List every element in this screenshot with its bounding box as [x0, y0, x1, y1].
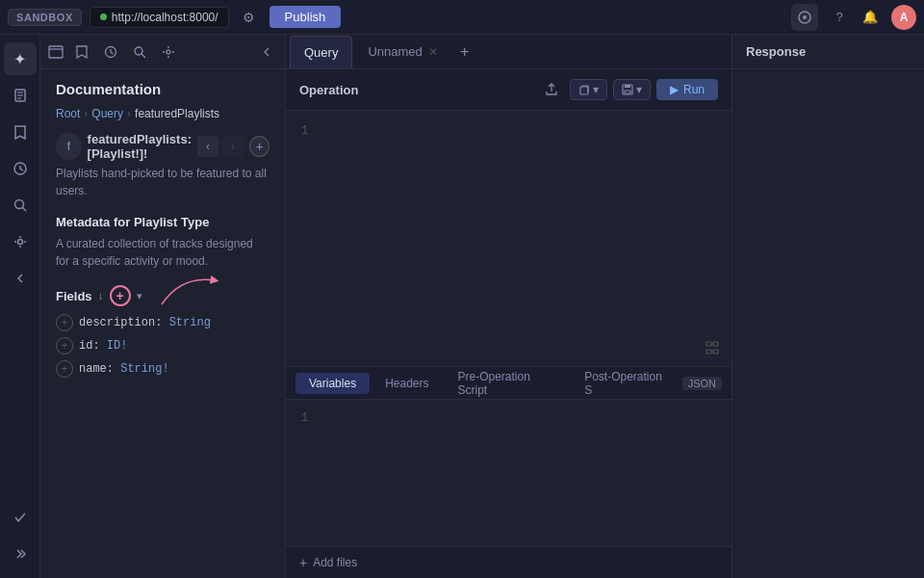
sandbox-badge: SANDBOX	[8, 9, 82, 26]
doc-collapse-arrow-icon[interactable]	[256, 41, 277, 63]
settings-gear-icon[interactable]: ⚙	[237, 5, 262, 30]
doc-panel: Documentation Root › Query › featuredPla…	[40, 35, 286, 578]
add-files-label: Add files	[313, 556, 357, 569]
op-save-chevron: ▾	[636, 83, 642, 96]
fields-sort-icon[interactable]: ↓	[98, 289, 104, 302]
ai-icon[interactable]	[791, 4, 818, 31]
url-bar[interactable]: http://localhost:8000/	[90, 7, 229, 28]
var-line-number-1: 1	[301, 411, 308, 425]
svg-point-13	[135, 47, 142, 55]
operation-title: Operation	[299, 83, 358, 97]
function-icon: f	[56, 133, 82, 160]
svg-point-7	[14, 200, 23, 209]
bottom-editor[interactable]: 1	[286, 400, 732, 546]
response-panel: Response	[732, 35, 924, 578]
sidebar-search-icon[interactable]	[4, 189, 37, 222]
doc-settings-icon[interactable]	[158, 41, 179, 63]
run-button[interactable]: ▶ Run	[656, 79, 718, 100]
sidebar-collapse-icon[interactable]	[4, 262, 37, 295]
line-number-1: 1	[301, 124, 308, 138]
expand-icon[interactable]	[705, 340, 720, 358]
svg-line-14	[141, 54, 145, 58]
add-files-icon: +	[299, 555, 307, 570]
doc-add-btn[interactable]: +	[249, 136, 270, 157]
sidebar-check-icon[interactable]	[4, 501, 37, 534]
tab-unnamed[interactable]: Unnamed ✕	[354, 36, 450, 68]
field-description-label: description: String	[79, 316, 211, 329]
tabs-bar: Query Unnamed ✕ +	[286, 35, 732, 69]
field-add-description-icon[interactable]: +	[56, 314, 73, 331]
response-header: Response	[732, 35, 924, 69]
field-add-name-icon[interactable]: +	[56, 360, 73, 378]
bottom-tab-bar: Variables Headers Pre-Operation Script P…	[286, 367, 732, 400]
svg-rect-23	[713, 350, 718, 354]
tab-query[interactable]: Query	[290, 36, 352, 68]
bottom-tabs-area: Variables Headers Pre-Operation Script P…	[286, 366, 732, 578]
field-name-label: name: String!	[79, 362, 169, 376]
avatar[interactable]: A	[891, 5, 916, 30]
editor-area: Query Unnamed ✕ + Operation ▾	[286, 35, 732, 578]
field-id-label: id: ID!	[79, 339, 127, 353]
op-toolbar: ▾ ▾ ▶ Run	[539, 77, 718, 102]
tab-query-label: Query	[304, 45, 338, 60]
breadcrumb-sep-2: ›	[127, 107, 131, 120]
svg-point-15	[167, 50, 170, 54]
json-label: JSON	[682, 377, 722, 390]
op-save-dropdown[interactable]: ▾	[613, 79, 651, 100]
sidebar-bottom-expand-icon[interactable]	[4, 538, 37, 570]
doc-title: Documentation	[56, 81, 270, 97]
svg-line-8	[22, 208, 26, 212]
doc-back-btn[interactable]: ‹	[197, 136, 218, 157]
doc-history-icon[interactable]	[100, 41, 121, 63]
bottom-tab-pre-operation[interactable]: Pre-Operation Script	[445, 366, 570, 401]
sidebar-document-icon[interactable]	[4, 79, 37, 112]
publish-button[interactable]: Publish	[270, 6, 342, 28]
notification-icon[interactable]: 🔔	[860, 8, 880, 27]
run-label: Run	[683, 83, 705, 96]
fields-chevron-icon[interactable]: ▾	[137, 290, 142, 302]
bottom-tab-variables[interactable]: Variables	[295, 373, 370, 394]
doc-bookmark-icon[interactable]	[71, 41, 92, 63]
sidebar-tools-icon[interactable]: ✦	[4, 42, 37, 75]
doc-search-icon[interactable]	[129, 41, 150, 63]
editor-body[interactable]: 1	[286, 111, 732, 366]
doc-icon	[48, 45, 64, 59]
sidebar-bookmark-icon[interactable]	[4, 116, 37, 148]
field-add-id-icon[interactable]: +	[56, 337, 73, 355]
bottom-tab-headers[interactable]: Headers	[372, 373, 442, 394]
op-copy-dropdown[interactable]: ▾	[570, 79, 607, 100]
operation-header: Operation ▾ ▾ ▶ Run	[286, 69, 732, 111]
doc-nav-btns: ‹ ›	[197, 136, 244, 157]
help-icon[interactable]: ?	[830, 8, 849, 27]
tab-add-button[interactable]: +	[453, 40, 476, 64]
op-copy-chevron: ▾	[593, 83, 599, 96]
breadcrumb-root[interactable]: Root	[56, 107, 80, 120]
breadcrumb-current: featuredPlaylists	[135, 107, 219, 120]
tab-close-icon[interactable]: ✕	[428, 45, 438, 59]
run-play-icon: ▶	[670, 83, 679, 96]
doc-description: Playlists hand-picked to be featured to …	[56, 165, 270, 199]
op-share-icon[interactable]	[539, 77, 564, 102]
fields-add-button[interactable]: +	[110, 285, 131, 306]
doc-content: Documentation Root › Query › featuredPla…	[40, 69, 285, 578]
svg-point-1	[803, 15, 807, 19]
add-files-bar[interactable]: + Add files	[286, 546, 732, 578]
bottom-tab-post-operation[interactable]: Post-Operation S	[571, 366, 680, 401]
svg-rect-22	[706, 350, 711, 354]
arrow-annotation-area: Fields ↓ + ▾	[56, 285, 270, 306]
operation-panel: Operation ▾ ▾ ▶ Run	[286, 69, 732, 578]
breadcrumb-query[interactable]: Query	[91, 107, 123, 120]
svg-rect-20	[706, 342, 711, 346]
doc-metadata-desc: A curated collection of tracks designed …	[56, 235, 270, 270]
doc-metadata-heading: Metadata for Playlist Type	[56, 215, 270, 229]
breadcrumb: Root › Query › featuredPlaylists	[56, 107, 270, 120]
url-status-dot	[100, 13, 107, 20]
icon-sidebar: ✦	[0, 35, 40, 578]
sidebar-history-icon[interactable]	[4, 152, 37, 185]
doc-forward-btn: ›	[222, 136, 244, 157]
topbar: SANDBOX http://localhost:8000/ ⚙ Publish…	[0, 0, 924, 35]
svg-rect-18	[625, 85, 630, 88]
sidebar-settings-icon[interactable]	[4, 225, 37, 258]
response-body	[732, 69, 924, 578]
field-name: + name: String!	[56, 360, 270, 378]
